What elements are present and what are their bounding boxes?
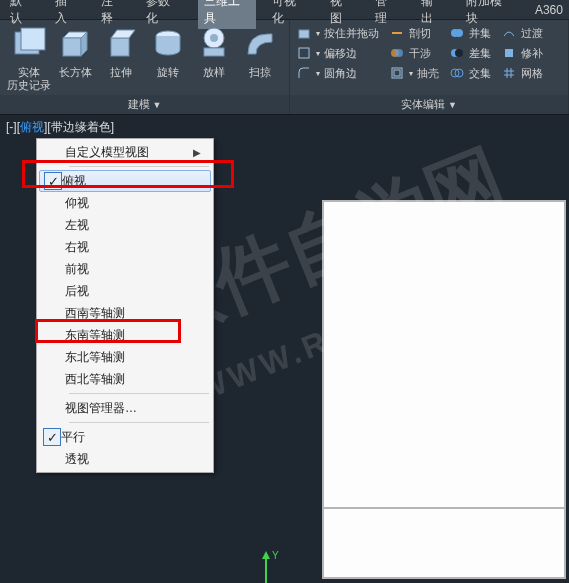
submenu-arrow-icon: ▶ [193,147,201,158]
dropdown-icon: ▾ [409,69,413,78]
menu-custom-view[interactable]: 自定义模型视图 ▶ [39,141,211,163]
chevron-down-icon: ▼ [153,100,162,110]
group-label-solid-edit[interactable]: 实体编辑▼ [290,95,568,114]
sweep-icon [240,24,280,64]
ucs-axis-icon: Y [258,549,298,583]
box-icon [55,24,95,64]
menu-item-left: 左视 [39,214,211,236]
menu-tabs: 默认 插入 注释 参数化 三维工具 可视化 视图 管理 输出 附加模块 A360 [0,0,569,20]
slice-button[interactable]: 剖切 [389,24,439,42]
union-icon [449,25,465,41]
dropdown-icon: ▾ [316,69,320,78]
svg-rect-16 [394,70,400,76]
viewport-divider [322,507,566,509]
check-icon: ✓ [44,172,62,190]
menu-separator [69,422,209,423]
menu-item-parallel[interactable]: ✓ 平行 [39,426,211,448]
intersect-button[interactable]: 交集 [449,64,491,82]
menu-item-right[interactable]: 右视 [39,236,211,258]
loft-icon [194,24,234,64]
menu-item-sw-iso[interactable]: 西南等轴测 [39,302,211,324]
svg-rect-10 [204,48,224,56]
svg-rect-3 [63,38,81,56]
svg-rect-11 [299,30,309,38]
svg-point-14 [395,49,403,57]
svg-marker-25 [262,551,270,559]
patch-button[interactable]: 修补 [501,44,543,62]
dropdown-icon: ▾ [316,49,320,58]
ribbon: 实体 历史记录 长方体 拉伸 旋转 [0,20,569,115]
intersect-icon [449,65,465,81]
menu-item-bottom[interactable]: 仰视 [39,192,211,214]
interfere-button[interactable]: 干涉 [389,44,439,62]
solid-history-button[interactable]: 实体 历史记录 [6,24,52,95]
tab-a360[interactable]: A360 [529,1,569,19]
interfere-icon [389,45,405,61]
mesh-icon [501,65,517,81]
menu-item-se-iso[interactable]: 东南等轴测 [39,324,211,346]
group-label-modeling[interactable]: 建模▼ [0,95,289,114]
svg-rect-5 [111,38,129,56]
svg-rect-1 [21,28,45,50]
viewport-label[interactable]: [-][俯视][带边缘着色] [0,115,569,140]
menu-item-nw-iso[interactable]: 西北等轴测 [39,368,211,390]
slice-icon [389,25,405,41]
menu-item-perspective[interactable]: 透视 [39,448,211,470]
menu-separator [69,166,209,167]
chevron-down-icon: ▼ [448,100,457,110]
svg-text:Y: Y [272,550,279,561]
shell-button[interactable]: ▾抽壳 [389,64,439,82]
union-button[interactable]: 并集 [449,24,491,42]
extrude-button[interactable]: 拉伸 [98,24,144,95]
svg-point-18 [455,29,463,37]
fillet-edge-button[interactable]: ▾圆角边 [296,64,379,82]
revolve-icon [148,24,188,64]
offset-edge-button[interactable]: ▾偏移边 [296,44,379,62]
subtract-button[interactable]: 差集 [449,44,491,62]
fillet-edge-icon [296,65,312,81]
presspull-button[interactable]: ▾按住并拖动 [296,24,379,42]
svg-rect-23 [505,49,513,57]
svg-point-9 [210,34,218,42]
check-icon: ✓ [43,428,61,446]
svg-point-20 [455,49,463,57]
dropdown-icon: ▾ [316,29,320,38]
revolve-button[interactable]: 旋转 [145,24,191,95]
offset-edge-icon [296,45,312,61]
loft-button[interactable]: 放样 [191,24,237,95]
extrude-icon [101,24,141,64]
view-context-menu: 自定义模型视图 ▶ ✓ 俯视 仰视 左视 右视 前视 后视 西南等轴测 东南等轴… [36,138,214,473]
transition-button[interactable]: 过渡 [501,24,543,42]
svg-marker-6 [111,30,135,38]
shell-icon [389,65,405,81]
menu-item-view-manager[interactable]: 视图管理器… [39,397,211,419]
transition-icon [501,25,517,41]
mesh-button[interactable]: 网格 [501,64,543,82]
menu-item-back[interactable]: 后视 [39,280,211,302]
menu-separator [69,393,209,394]
subtract-icon [449,45,465,61]
sweep-button[interactable]: 扫掠 [237,24,283,95]
menu-item-ne-iso[interactable]: 东北等轴测 [39,346,211,368]
viewport-view-name: 俯视 [20,120,44,134]
presspull-icon [296,25,312,41]
viewport-panel[interactable] [322,200,566,579]
solid-history-icon [9,24,49,64]
menu-item-front[interactable]: 前视 [39,258,211,280]
patch-icon [501,45,517,61]
svg-rect-12 [299,48,309,58]
box-button[interactable]: 长方体 [52,24,98,95]
menu-item-top[interactable]: ✓ 俯视 [39,170,211,192]
